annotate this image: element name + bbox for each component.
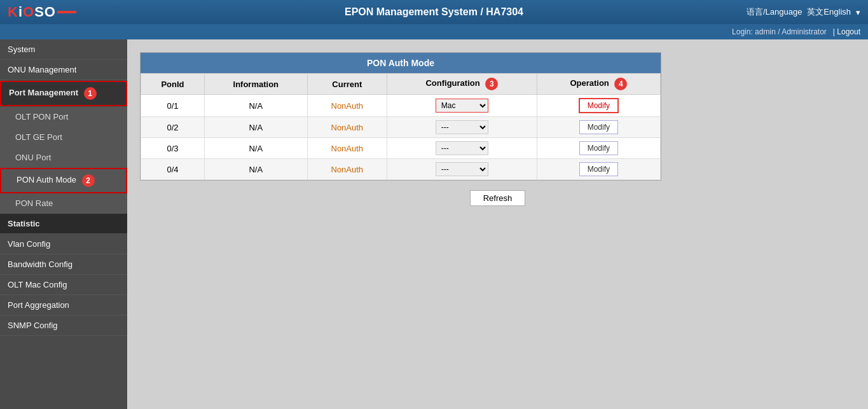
config-select-04[interactable]: Mac---LoidPassword xyxy=(436,162,488,176)
sidebar-item-snmp-config[interactable]: SNMP Config xyxy=(0,315,127,336)
sidebar-item-olt-pon-port[interactable]: OLT PON Port xyxy=(0,107,127,127)
config-cell: Mac---LoidPassword xyxy=(387,159,537,180)
login-info: Login: admin / Administrator xyxy=(732,27,827,36)
sidebar-item-pon-rate[interactable]: PON Rate xyxy=(0,193,127,214)
ponid-cell: 0/3 xyxy=(141,138,205,159)
config-select-01[interactable]: Mac---LoidPassword xyxy=(436,99,488,113)
config-select-02[interactable]: Mac---LoidPassword xyxy=(436,120,488,134)
current-cell: NonAuth xyxy=(307,138,387,159)
config-cell: Mac---LoidPassword xyxy=(387,117,537,138)
pon-auth-mode-title: PON Auth Mode xyxy=(141,53,661,73)
information-cell: N/A xyxy=(204,138,307,159)
current-cell: NonAuth xyxy=(307,95,387,117)
sidebar-item-onu-port[interactable]: ONU Port xyxy=(0,148,127,168)
config-cell: Mac---LoidPassword xyxy=(387,95,537,117)
col-ponid: PonId xyxy=(141,74,205,95)
modify-button-04[interactable]: Modify xyxy=(579,162,618,176)
language-selector[interactable]: 英文English xyxy=(807,6,851,18)
operation-cell: Modify xyxy=(537,138,660,159)
badge-1: 1 xyxy=(84,87,97,100)
badge-2: 2 xyxy=(82,174,95,187)
table-row: 0/4N/ANonAuthMac---LoidPasswordModify xyxy=(141,159,661,180)
language-label: 语言/Language xyxy=(747,6,802,18)
sidebar: System ONU Management Port Management 1 … xyxy=(0,39,127,409)
information-cell: N/A xyxy=(204,159,307,180)
config-select-03[interactable]: Mac---LoidPassword xyxy=(436,141,488,155)
table-row: 0/1N/ANonAuthMac---LoidPasswordModify xyxy=(141,95,661,117)
page-title: EPON Management System / HA7304 xyxy=(345,6,523,18)
col-information: Information xyxy=(204,74,307,95)
modify-button-02[interactable]: Modify xyxy=(579,120,618,134)
table-row: 0/2N/ANonAuthMac---LoidPasswordModify xyxy=(141,117,661,138)
badge-4: 4 xyxy=(614,78,627,90)
operation-cell: Modify xyxy=(537,95,660,117)
table-row: 0/3N/ANonAuthMac---LoidPasswordModify xyxy=(141,138,661,159)
sidebar-item-port-management[interactable]: Port Management 1 xyxy=(0,81,127,106)
ponid-cell: 0/4 xyxy=(141,159,205,180)
operation-cell: Modify xyxy=(537,117,660,138)
sidebar-item-olt-ge-port[interactable]: OLT GE Port xyxy=(0,127,127,148)
current-cell: NonAuth xyxy=(307,117,387,138)
modify-button-03[interactable]: Modify xyxy=(579,141,618,155)
col-operation: Operation 4 xyxy=(537,74,660,95)
col-configuration: Configuration 3 xyxy=(387,74,537,95)
logo: KiOSO xyxy=(8,4,78,20)
information-cell: N/A xyxy=(204,95,307,117)
sidebar-item-system[interactable]: System xyxy=(0,39,127,60)
sidebar-item-onu-management[interactable]: ONU Management xyxy=(0,60,127,80)
operation-cell: Modify xyxy=(537,159,660,180)
ponid-cell: 0/1 xyxy=(141,95,205,117)
col-current: Current xyxy=(307,74,387,95)
sidebar-item-port-aggregation[interactable]: Port Aggregation xyxy=(0,295,127,315)
refresh-area: Refresh xyxy=(140,190,855,206)
modify-button-01[interactable]: Modify xyxy=(579,98,619,113)
sidebar-item-vlan-config[interactable]: Vlan Config xyxy=(0,234,127,254)
sidebar-item-olt-mac-config[interactable]: OLT Mac Config xyxy=(0,275,127,295)
badge-3: 3 xyxy=(485,78,498,90)
content-area: PON Auth Mode PonId Information Current … xyxy=(127,39,868,409)
pon-auth-mode-panel: PON Auth Mode PonId Information Current … xyxy=(140,52,661,181)
ponid-cell: 0/2 xyxy=(141,117,205,138)
sidebar-item-pon-auth-mode[interactable]: PON Auth Mode 2 xyxy=(0,168,127,193)
header: KiOSO EPON Management System / HA7304 语言… xyxy=(0,0,868,39)
current-cell: NonAuth xyxy=(307,159,387,180)
config-cell: Mac---LoidPassword xyxy=(387,138,537,159)
logout-link[interactable]: | Logout xyxy=(833,27,860,36)
sidebar-item-bandwidth-config[interactable]: Bandwidth Config xyxy=(0,254,127,275)
information-cell: N/A xyxy=(204,117,307,138)
pon-auth-table: PonId Information Current Configuration … xyxy=(141,73,661,180)
refresh-button[interactable]: Refresh xyxy=(470,190,526,206)
sidebar-item-statistic[interactable]: Statistic xyxy=(0,214,127,234)
